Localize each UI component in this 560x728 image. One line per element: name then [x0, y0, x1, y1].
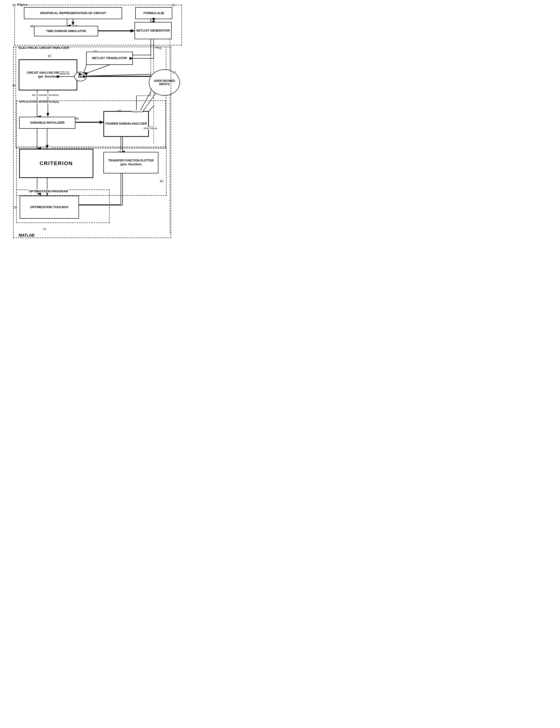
time-domain-box: TIME DOMAIN SIMULATOR	[34, 26, 98, 36]
pspice-label: PSpice	[17, 3, 28, 6]
ref-68: 68	[172, 71, 176, 74]
formulalib-box: FORMULALIB	[135, 7, 172, 19]
graphical-rep-box: GRAPHICAL REPRESENTATION OF CIRCUIT	[24, 7, 122, 19]
diagram-container: PSpice 84 90 GRAPHICAL REPRESENTATION OF…	[0, 0, 187, 243]
ref-84: 84	[12, 3, 16, 7]
ref-90: 90	[172, 3, 175, 7]
ref-88: 88	[30, 24, 34, 28]
matlab-region	[13, 47, 171, 238]
netlist-gen-box: NETLIST GENERATOR	[134, 22, 172, 39]
